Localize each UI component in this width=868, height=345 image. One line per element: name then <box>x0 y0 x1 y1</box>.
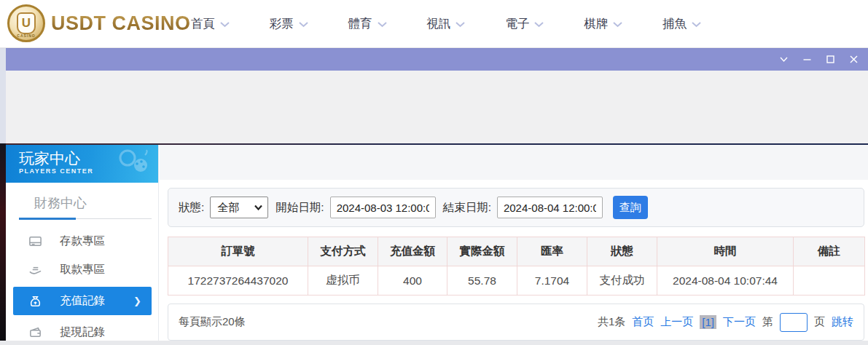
menu-item-slots[interactable]: 電子 <box>505 16 544 32</box>
collapse-icon[interactable] <box>778 54 789 65</box>
chevron-down-icon <box>220 21 230 28</box>
cell-exchange-rate: 7.1704 <box>517 266 587 296</box>
brand-logo[interactable]: U CASINO USDT CASINO <box>7 4 191 42</box>
sidebar-item-label: 存款專區 <box>60 234 105 249</box>
menu-label: 棋牌 <box>584 16 608 32</box>
current-page-indicator: [1] <box>700 315 716 329</box>
recharge-records-table: 訂單號 支付方式 充值金額 實際金額 匯率 狀態 時間 備註 172273726… <box>168 237 865 296</box>
cell-recharge-amount: 400 <box>378 266 447 296</box>
menu-item-sports[interactable]: 體育 <box>348 16 387 32</box>
menu-label: 視訊 <box>426 16 450 32</box>
sidebar-item-label: 取款專區 <box>60 262 105 277</box>
page-suffix-label: 页 <box>814 315 825 329</box>
jump-link[interactable]: 跳转 <box>832 315 853 329</box>
players-center-sidebar: 玩家中心 PLAYERS CENTER 財務中心 存款專區 取款專區 充值記錄 … <box>6 145 159 341</box>
chevron-right-icon: ❯ <box>133 296 141 306</box>
brand-name: USDT CASINO <box>51 12 191 35</box>
cell-order-number: 1722737264437020 <box>168 266 308 296</box>
chevron-down-icon <box>613 21 622 28</box>
status-select-value: 全部 <box>217 201 239 215</box>
casino-ball-logo-icon: U CASINO <box>7 4 45 42</box>
close-icon[interactable] <box>848 54 859 65</box>
cell-time: 2024-08-04 10:07:44 <box>657 266 794 296</box>
menu-item-lottery[interactable]: 彩票 <box>270 16 308 32</box>
menu-item-home[interactable]: 首頁 <box>191 16 230 32</box>
col-remark: 備註 <box>794 237 865 266</box>
col-exchange-rate: 匯率 <box>517 237 587 266</box>
sidebar-item-withdraw-zone[interactable]: 取款專區 <box>6 255 158 284</box>
next-page-link[interactable]: 下一页 <box>723 315 756 329</box>
chevron-down-icon <box>455 21 465 28</box>
modal-empty-area <box>6 71 868 143</box>
sidebar-item-deposit-zone[interactable]: 存款專區 <box>6 227 158 255</box>
menu-label: 首頁 <box>191 16 215 32</box>
deposit-card-icon <box>28 234 42 249</box>
per-page-label: 每頁顯示20條 <box>179 315 246 329</box>
wallet-icon <box>28 325 42 340</box>
pagination-bar: 每頁顯示20條 共1条 首页 上一页 [1] 下一页 第 页 跳转 <box>168 304 864 341</box>
col-time: 時間 <box>657 237 794 266</box>
filter-bar: 狀態: 全部 開始日期: 結束日期: 查詢 <box>168 188 864 227</box>
menu-item-cards[interactable]: 棋牌 <box>584 16 622 32</box>
page-background-sliver <box>0 48 6 143</box>
end-date-input[interactable] <box>497 197 603 218</box>
first-page-link[interactable]: 首页 <box>632 315 654 329</box>
chevron-down-icon <box>534 21 544 28</box>
table-header-row: 訂單號 支付方式 充值金額 實際金額 匯率 狀態 時間 備註 <box>168 237 865 266</box>
cell-actual-amount: 55.78 <box>447 266 517 296</box>
sidebar-section-title: 財務中心 <box>6 183 158 218</box>
prev-page-link[interactable]: 上一页 <box>660 315 693 329</box>
logo-letter: U <box>17 12 36 34</box>
record-tabs-strip <box>160 145 868 180</box>
start-date-input[interactable] <box>330 197 436 218</box>
top-navigation-bar: U CASINO USDT CASINO 首頁 彩票 體育 視訊 電子 棋牌 <box>0 0 868 48</box>
total-count: 共1条 <box>598 315 625 329</box>
main-menu: 首頁 彩票 體育 視訊 電子 棋牌 捕魚 <box>191 0 701 48</box>
page-background-sliver <box>0 143 6 341</box>
chevron-down-icon <box>692 21 701 28</box>
chevron-down-icon <box>378 21 387 28</box>
col-payment-method: 支付方式 <box>308 237 378 266</box>
logo-mini-text: CASINO <box>9 33 43 38</box>
menu-label: 彩票 <box>270 16 294 32</box>
withdraw-hand-icon <box>28 263 42 277</box>
pager-controls: 共1条 首页 上一页 [1] 下一页 第 页 跳转 <box>598 313 853 332</box>
page-number-input[interactable] <box>780 313 808 332</box>
cell-status: 支付成功 <box>587 266 657 296</box>
moneybag-icon <box>28 294 42 309</box>
menu-item-fishing[interactable]: 捕魚 <box>662 16 701 32</box>
maximize-icon[interactable] <box>825 54 836 65</box>
cell-remark <box>794 266 865 296</box>
chevron-down-icon <box>299 21 308 28</box>
cell-payment-method: 虚拟币 <box>308 266 378 296</box>
start-date-label: 開始日期: <box>275 200 324 215</box>
sidebar-item-label: 充值記錄 <box>60 293 105 309</box>
window-titlebar[interactable] <box>6 48 868 71</box>
col-order-number: 訂單號 <box>168 237 308 266</box>
menu-label: 體育 <box>348 16 372 32</box>
table-row: 1722737264437020 虚拟币 400 55.78 7.1704 支付… <box>168 266 865 296</box>
chevron-down-icon <box>254 205 262 210</box>
col-status: 狀態 <box>587 237 657 266</box>
sidebar-divider <box>19 218 152 220</box>
search-button[interactable]: 查詢 <box>613 196 648 219</box>
end-date-label: 結束日期: <box>443 200 491 215</box>
col-recharge-amount: 充值金額 <box>378 237 447 266</box>
minimize-icon[interactable] <box>802 54 813 65</box>
menu-label: 捕魚 <box>662 16 687 32</box>
gamepad-icon <box>117 148 151 177</box>
menu-item-live[interactable]: 視訊 <box>426 16 465 32</box>
sidebar-item-withdrawal-records[interactable]: 提現記錄 <box>6 318 158 345</box>
page-prefix-label: 第 <box>762 315 773 329</box>
sidebar-item-recharge-records[interactable]: 充值記錄 ❯ <box>13 287 152 315</box>
menu-label: 電子 <box>505 16 529 32</box>
status-label: 狀態: <box>179 200 204 215</box>
col-actual-amount: 實際金額 <box>447 237 517 266</box>
status-select[interactable]: 全部 <box>210 197 268 218</box>
sidebar-item-label: 提現記錄 <box>60 325 105 340</box>
sidebar-header: 玩家中心 PLAYERS CENTER <box>6 145 158 183</box>
